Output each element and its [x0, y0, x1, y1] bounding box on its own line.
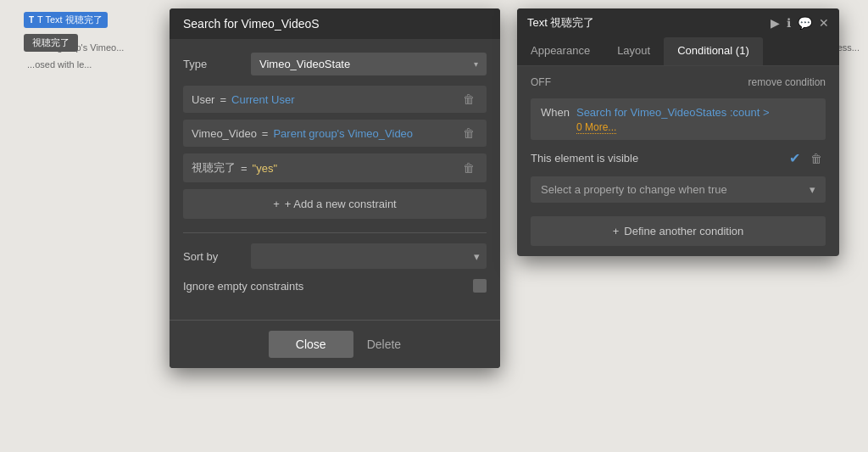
remove-condition-link[interactable]: remove condition: [748, 76, 826, 88]
when-row: When Search for Vimeo_VideoStates :count…: [541, 105, 815, 133]
select-property-label: Select a property to change when true: [541, 183, 727, 196]
sort-label: Sort by: [183, 250, 251, 263]
search-modal-footer: Close Delete: [170, 320, 500, 368]
add-constraint-plus-icon: +: [273, 198, 280, 210]
visible-row: This element is visible ✔ 🗑: [531, 150, 826, 166]
constraint-2-eq: =: [262, 127, 269, 140]
visible-delete-icon[interactable]: 🗑: [807, 152, 826, 165]
type-row: Type Vimeo_VideoState ▾: [183, 53, 487, 75]
select-property-dropdown[interactable]: Select a property to change when true ▾: [531, 176, 826, 203]
visible-actions: ✔ 🗑: [789, 150, 826, 166]
when-label: When: [541, 106, 570, 119]
constraint-1-delete-icon[interactable]: 🗑: [459, 92, 478, 106]
panel-header-icons: ▶ ℹ 💬 ✕: [771, 16, 829, 30]
panel-body: OFF remove condition When Search for Vim…: [517, 66, 839, 256]
constraint-2-key: Vimeo_Video: [192, 127, 257, 140]
selection-chip: 視聴完了: [24, 34, 78, 52]
chat-icon[interactable]: 💬: [798, 16, 812, 30]
when-content: Search for Vimeo_VideoStates :count > 0 …: [576, 105, 815, 133]
close-button[interactable]: Close: [269, 331, 353, 358]
ignore-row: Ignore empty constraints: [183, 279, 487, 293]
right-panel: Text 視聴完了 ▶ ℹ 💬 ✕ Appearance Layout Cond…: [517, 8, 839, 256]
panel-tabs: Appearance Layout Conditional (1): [517, 37, 839, 66]
play-icon[interactable]: ▶: [771, 16, 780, 30]
constraint-1-key: User: [192, 93, 214, 106]
delete-button[interactable]: Delete: [367, 338, 401, 351]
constraint-2-delete-icon[interactable]: 🗑: [459, 126, 478, 140]
sort-row: Sort by ▾: [183, 243, 487, 269]
when-block: When Search for Vimeo_VideoStates :count…: [531, 98, 826, 140]
search-modal-body: Type Vimeo_VideoState ▾ User = Current U…: [170, 39, 500, 320]
constraint-3-val: "yes": [253, 162, 277, 175]
constraint-row-2: Vimeo_Video = Parent group's Vimeo_Video…: [183, 120, 487, 147]
search-modal-title: Search for Vimeo_VideoS: [183, 17, 320, 31]
panel-header: Text 視聴完了 ▶ ℹ 💬 ✕: [517, 8, 839, 37]
tab-appearance[interactable]: Appearance: [517, 37, 604, 65]
close-icon[interactable]: ✕: [819, 16, 829, 30]
off-label: OFF: [531, 76, 551, 88]
constraint-row-1: User = Current User 🗑: [183, 86, 487, 113]
constraint-3-key: 視聴完了: [192, 160, 236, 176]
sort-chevron-icon: ▾: [474, 250, 480, 263]
add-constraint-label: + Add a new constraint: [285, 198, 397, 210]
type-value: Vimeo_VideoState: [259, 58, 350, 70]
off-row: OFF remove condition: [531, 76, 826, 88]
select-property-chevron-icon: ▾: [810, 183, 815, 196]
when-text[interactable]: Search for Vimeo_VideoStates :count >: [576, 105, 815, 120]
sort-select[interactable]: ▾: [251, 243, 487, 269]
search-modal-header: Search for Vimeo_VideoS: [170, 8, 500, 39]
define-condition-button[interactable]: + Define another condition: [531, 216, 826, 246]
divider-1: [183, 232, 487, 233]
ignore-label: Ignore empty constraints: [183, 280, 303, 293]
constraint-2-content: Vimeo_Video = Parent group's Vimeo_Video: [192, 127, 459, 140]
constraint-row-3: 視聴完了 = "yes" 🗑: [183, 153, 487, 182]
define-condition-label: Define another condition: [624, 225, 743, 237]
add-constraint-button[interactable]: + + Add a new constraint: [183, 189, 487, 219]
constraint-1-content: User = Current User: [192, 93, 459, 106]
check-icon[interactable]: ✔: [789, 150, 800, 166]
constraint-2-val: Parent group's Vimeo_Video: [273, 127, 413, 140]
constraint-3-eq: =: [241, 162, 248, 175]
ignore-checkbox[interactable]: [473, 279, 487, 293]
search-modal: Search for Vimeo_VideoS Type Vimeo_Video…: [170, 8, 500, 368]
text-icon: T: [29, 15, 34, 25]
type-chevron-icon: ▾: [474, 59, 478, 69]
info-icon[interactable]: ℹ: [787, 16, 791, 30]
selection-label[interactable]: T T Text 視聴完了: [24, 12, 108, 28]
constraint-1-val: Current User: [231, 93, 294, 106]
define-plus-icon: +: [613, 225, 620, 237]
when-more-link[interactable]: 0 More...: [576, 121, 616, 134]
type-label: Type: [183, 58, 251, 70]
type-select[interactable]: Vimeo_VideoState ▾: [251, 53, 487, 75]
panel-title: Text 視聴完了: [527, 15, 594, 31]
constraint-3-content: 視聴完了 = "yes": [192, 160, 459, 176]
selection-label-text: T Text 視聴完了: [37, 14, 103, 26]
tab-layout[interactable]: Layout: [604, 37, 664, 65]
constraint-3-delete-icon[interactable]: 🗑: [459, 161, 478, 175]
tab-conditional[interactable]: Conditional (1): [664, 37, 763, 65]
visible-label: This element is visible: [531, 152, 638, 165]
constraint-1-eq: =: [220, 93, 226, 106]
